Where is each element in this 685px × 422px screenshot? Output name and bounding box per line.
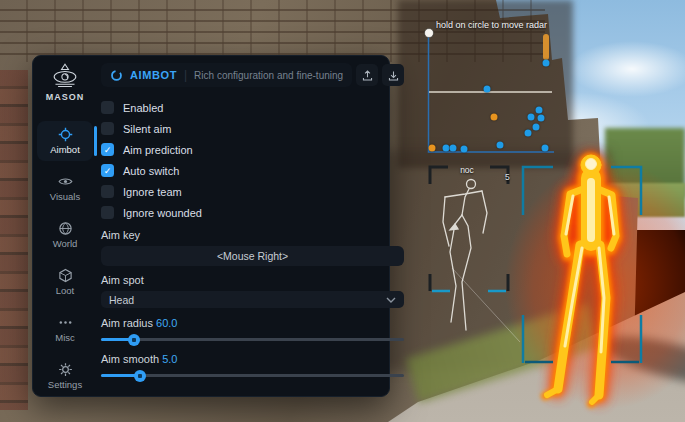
toggle-label: Auto switch <box>123 165 179 177</box>
toggle-ignore-team[interactable]: Ignore team <box>101 181 404 202</box>
aim-smooth-label: Aim smooth 5.0 <box>101 353 404 365</box>
aim-smooth-value: 5.0 <box>162 353 177 365</box>
aim-radius-value: 60.0 <box>156 317 177 329</box>
radar-dot-blue <box>542 145 549 152</box>
aim-smooth-slider[interactable] <box>101 374 404 377</box>
sidebar-item-label: Loot <box>56 285 75 296</box>
aim-spot-label: Aim spot <box>101 274 404 286</box>
sidebar-item-visuals[interactable]: Visuals <box>37 168 93 208</box>
chevron-down-icon <box>386 297 396 303</box>
crosshair-icon <box>58 127 73 142</box>
toggle-silent-aim[interactable]: Silent aim <box>101 118 404 139</box>
radar-dot-orange <box>429 145 436 152</box>
checkbox[interactable]: ✓ <box>101 164 114 177</box>
slider-knob[interactable] <box>128 334 140 346</box>
radar-dot-blue <box>538 115 545 122</box>
radar-dot-blue <box>525 130 532 137</box>
checkbox[interactable]: ✓ <box>101 143 114 156</box>
toggle-enabled[interactable]: Enabled <box>101 97 404 118</box>
radar-dot-blue <box>533 124 540 131</box>
download-icon <box>387 69 400 82</box>
toggle-label: Ignore wounded <box>123 207 202 219</box>
radar-dot-blue <box>484 86 491 93</box>
import-config-button[interactable] <box>382 64 404 86</box>
sidebar-item-loot[interactable]: Loot <box>37 262 93 302</box>
radar-dot-blue <box>528 114 535 121</box>
sidebar-item-settings[interactable]: Settings <box>37 356 93 396</box>
slider-knob[interactable] <box>134 370 146 382</box>
radar-dot-blue <box>443 145 450 152</box>
upload-icon <box>361 69 374 82</box>
sidebar-nav: AimbotVisualsWorldLootMiscSettings <box>33 121 97 396</box>
checkbox[interactable] <box>101 185 114 198</box>
brand-name: MASON <box>46 92 85 102</box>
radar-dot-blue <box>536 107 543 114</box>
page-title: AIMBOT <box>130 69 177 81</box>
esp-distance-label: 5 <box>505 172 510 182</box>
checkbox[interactable] <box>101 122 114 135</box>
red-bricks <box>0 70 28 410</box>
sidebar-item-label: Misc <box>55 332 75 343</box>
radar-dot-blue <box>461 146 468 153</box>
eye-icon <box>58 174 73 189</box>
sidebar-item-world[interactable]: World <box>37 215 93 255</box>
aim-radius-slider[interactable] <box>101 338 404 341</box>
toggle-label: Enabled <box>123 102 163 114</box>
sidebar-item-misc[interactable]: Misc <box>37 309 93 349</box>
checkbox[interactable] <box>101 206 114 219</box>
toggle-auto-switch[interactable]: ✓Auto switch <box>101 160 404 181</box>
checkbox[interactable] <box>101 101 114 114</box>
page-subtitle: Rich configuration and fine-tuning <box>194 70 343 81</box>
sidebar-item-label: World <box>53 238 78 249</box>
radar-hint-text: hold on circle to move radar <box>436 20 547 30</box>
aim-key-bind-button[interactable]: <Mouse Right> <box>101 246 404 266</box>
aim-key-label: Aim key <box>101 229 404 241</box>
dots-icon <box>58 315 73 330</box>
sidebar-item-label: Settings <box>48 379 82 390</box>
radar-dot-blue <box>543 60 550 67</box>
radar-dot-orange <box>491 114 498 121</box>
sidebar: MASON AimbotVisualsWorldLootMiscSettings <box>33 56 97 396</box>
radar-dot-blue <box>497 142 504 149</box>
sidebar-item-label: Visuals <box>50 191 80 202</box>
sidebar-item-label: Aimbot <box>50 144 80 155</box>
toggle-ignore-wounded[interactable]: Ignore wounded <box>101 202 404 223</box>
cheat-menu-window: MASON AimbotVisualsWorldLootMiscSettings… <box>32 55 390 397</box>
eye-pyramid-icon <box>49 63 81 89</box>
brand-logo: MASON <box>46 63 85 111</box>
aimbot-ring-icon <box>110 69 123 82</box>
aim-radius-label: Aim radius 60.0 <box>101 317 404 329</box>
esp-player-name: noc <box>460 165 474 175</box>
globe-icon <box>58 221 73 236</box>
aim-spot-value: Head <box>109 294 134 306</box>
active-tab-indicator <box>94 126 97 156</box>
box-icon <box>58 268 73 283</box>
gear-icon <box>58 362 73 377</box>
panel-content: AIMBOT | Rich configuration and fine-tun… <box>97 56 416 396</box>
radar-dot-blue <box>450 145 457 152</box>
sidebar-item-aimbot[interactable]: Aimbot <box>37 121 93 161</box>
toggle-aim-prediction[interactable]: ✓Aim prediction <box>101 139 404 160</box>
glowing-player-model <box>533 138 663 418</box>
toggle-label: Silent aim <box>123 123 171 135</box>
toggle-list: EnabledSilent aim✓Aim prediction✓Auto sw… <box>101 97 404 223</box>
export-config-button[interactable] <box>356 64 378 86</box>
toggle-label: Aim prediction <box>123 144 193 156</box>
tab-header-bar: AIMBOT | Rich configuration and fine-tun… <box>101 63 352 87</box>
divider: | <box>184 68 187 82</box>
toggle-label: Ignore team <box>123 186 182 198</box>
aim-spot-select[interactable]: Head <box>101 291 404 308</box>
